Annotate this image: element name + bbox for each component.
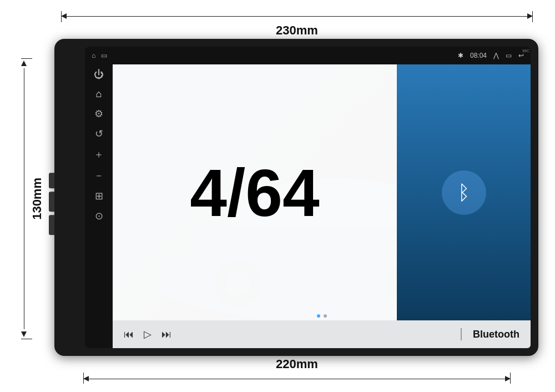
sidebar-voldown-icon[interactable]: － bbox=[94, 169, 104, 182]
time-display: 08:04 bbox=[470, 52, 487, 59]
fast-forward-button[interactable]: ⏭ bbox=[162, 329, 171, 340]
side-button-2[interactable] bbox=[49, 192, 54, 212]
diagram-container: 230mm 220mm 130mm bbox=[11, 6, 544, 386]
arrow-right-top bbox=[527, 11, 533, 21]
top-dimension-label: 230mm bbox=[276, 23, 318, 38]
nav-icon[interactable]: ▭ bbox=[506, 52, 512, 59]
sidebar-back-icon[interactable]: ↺ bbox=[95, 128, 103, 140]
bluetooth-label-area: Bluetooth bbox=[462, 329, 531, 340]
sidebar-power-icon[interactable]: ⏻ bbox=[94, 69, 104, 81]
main-content: 4/64 ᛒ bbox=[113, 64, 531, 348]
bottom-dimension-label: 220mm bbox=[276, 357, 318, 371]
arrow-right-bottom bbox=[505, 374, 511, 384]
home-icon[interactable]: ⌂ bbox=[92, 52, 95, 59]
bluetooth-icon: ✱ bbox=[458, 52, 463, 59]
status-left: ⌂ ▭ bbox=[92, 52, 107, 59]
chevron-up-icon: ⋀ bbox=[493, 52, 499, 59]
media-controls: ⏮ ▷ ⏭ bbox=[113, 328, 462, 340]
sidebar-home-icon[interactable]: ⌂ bbox=[96, 88, 102, 100]
page-dots bbox=[317, 314, 327, 318]
arrow-down-left bbox=[21, 329, 27, 339]
big-number-label: 4/64 bbox=[190, 159, 320, 226]
screen-body: ⏻ ⌂ ⚙ ↺ ＋ － ⊞ ⊙ bbox=[85, 64, 531, 348]
sidebar-settings-icon[interactable]: ⚙ bbox=[94, 108, 103, 120]
arrow-up-left bbox=[21, 58, 27, 68]
bt-circle: ᛒ bbox=[442, 170, 486, 215]
rewind-button[interactable]: ⏮ bbox=[124, 329, 134, 340]
bt-icon: ᛒ bbox=[458, 181, 470, 204]
screen: ⌂ ▭ ✱ 08:04 ⋀ ▭ ↩ MIC ⏻ ⌂ ⚙ bbox=[85, 47, 531, 348]
side-button-1[interactable] bbox=[49, 173, 54, 188]
overlay-panel: 4/64 bbox=[113, 64, 397, 320]
side-buttons bbox=[49, 173, 54, 235]
left-sidebar: ⏻ ⌂ ⚙ ↺ ＋ － ⊞ ⊙ bbox=[85, 64, 113, 348]
left-dimension: 130mm bbox=[21, 58, 44, 339]
back-icon[interactable]: ↩ bbox=[518, 52, 524, 59]
sidebar-volup-icon[interactable]: ＋ bbox=[94, 148, 104, 161]
dot-2 bbox=[324, 314, 327, 318]
play-button[interactable]: ▷ bbox=[144, 328, 152, 340]
status-right: ✱ 08:04 ⋀ ▭ ↩ bbox=[458, 52, 524, 59]
top-dimension: 230mm bbox=[61, 11, 533, 38]
arrow-left-bottom bbox=[83, 374, 89, 384]
left-dimension-label: 130mm bbox=[30, 178, 44, 220]
sidebar-nav-icon[interactable]: ⊙ bbox=[95, 210, 103, 222]
bt-panel: ᛒ bbox=[397, 64, 531, 320]
device-outer: ⌂ ▭ ✱ 08:04 ⋀ ▭ ↩ MIC ⏻ ⌂ ⚙ bbox=[54, 39, 538, 356]
media-bar: ⏮ ▷ ⏭ Bluetooth bbox=[113, 320, 531, 348]
side-button-3[interactable] bbox=[49, 215, 54, 235]
status-bar: ⌂ ▭ ✱ 08:04 ⋀ ▭ ↩ MIC bbox=[85, 47, 531, 64]
sidebar-grid-icon[interactable]: ⊞ bbox=[95, 190, 103, 202]
window-icon[interactable]: ▭ bbox=[101, 52, 107, 59]
line-top bbox=[67, 16, 527, 17]
line-left bbox=[24, 68, 24, 329]
line-bottom bbox=[89, 379, 505, 379]
mic-label: MIC bbox=[522, 49, 529, 53]
arrow-left-top bbox=[61, 11, 67, 21]
bluetooth-label: Bluetooth bbox=[473, 329, 519, 340]
bottom-dimension: 220mm bbox=[83, 357, 511, 384]
dot-1 bbox=[317, 314, 320, 318]
